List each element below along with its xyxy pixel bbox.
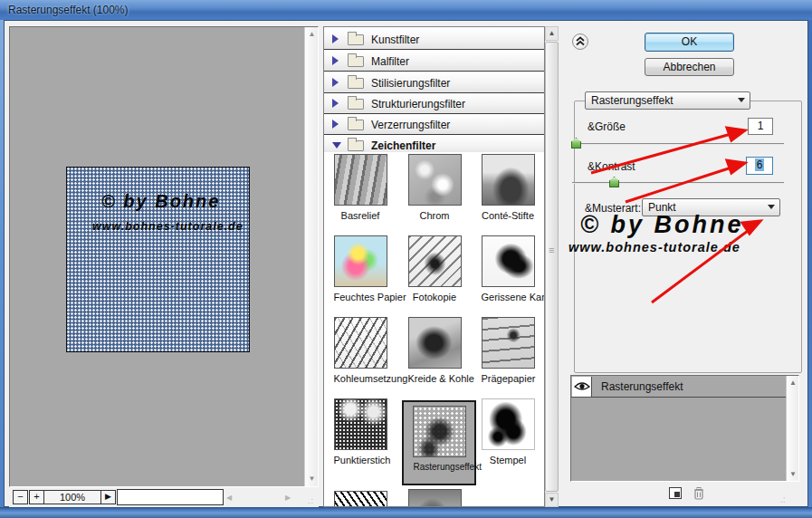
folder-icon <box>348 120 364 130</box>
chevron-down-icon <box>768 205 775 209</box>
category-strukturierungsfilter[interactable]: Strukturierungsfilter <box>324 93 544 114</box>
thumb-label: Kreide & Kohle <box>408 373 474 384</box>
effect-layer-row[interactable]: Rasterungseffekt <box>571 376 786 398</box>
thumb-label: Conté-Stifte <box>482 210 534 221</box>
thumb-label: Prägepapier <box>482 373 536 384</box>
category-label: Verzerrungsfilter <box>371 119 450 131</box>
filter-thumb-fotokopie[interactable] <box>408 235 462 287</box>
filter-gallery-dialog: © by Bohne www.bohnes-tutorale.de ▲ ▼ − … <box>4 20 808 507</box>
filter-thumb-rasterungseffekt-selected[interactable]: Rasterungseffekt <box>402 400 476 485</box>
filter-thumbnail-grid: Basrelief Chrom Conté-Stifte Feuchtes Pa… <box>324 152 544 507</box>
chevron-right-icon <box>332 78 339 87</box>
thumb-label: Kohleumsetzung <box>334 373 408 384</box>
preview-image: © by Bohne www.bohnes-tutorale.de <box>66 167 250 352</box>
cancel-button[interactable]: Abbrechen <box>645 58 734 76</box>
folder-icon <box>348 34 364 45</box>
watermark-title: © by Bohne <box>101 191 220 212</box>
filter-thumb-punktierstich[interactable] <box>334 398 387 450</box>
zoom-in-button[interactable]: + <box>29 490 44 504</box>
filter-list-panel: Kunstfilter Malfilter Stilisierungsfilte… <box>323 26 545 507</box>
scrollbar-thumb[interactable] <box>545 42 559 492</box>
category-label: Malfilter <box>371 55 409 68</box>
contrast-slider-track[interactable] <box>572 182 784 184</box>
scroll-up-icon[interactable]: ▲ <box>787 376 799 389</box>
new-effect-layer-icon[interactable] <box>669 487 682 499</box>
effect-select-value: Rasterungseffekt <box>591 94 673 107</box>
filter-thumb-partial-1[interactable] <box>334 491 387 507</box>
zoom-out-button[interactable]: − <box>13 490 28 504</box>
scroll-up-icon[interactable]: ▲ <box>545 26 559 41</box>
preview-vertical-scrollbar[interactable]: ▲ ▼ <box>304 27 318 486</box>
thumb-label: Stempel <box>490 455 526 465</box>
layers-scrollbar[interactable]: ▲ ▼ <box>786 376 798 481</box>
thumb-label: Gerissene Kanten <box>482 292 545 302</box>
contrast-label: &Kontrast <box>588 160 635 173</box>
scroll-up-icon[interactable]: ▲ <box>305 27 319 42</box>
size-value-field[interactable]: 1 <box>748 118 773 135</box>
filter-thumb-rasterungseffekt[interactable] <box>413 406 466 457</box>
filter-thumb-conte-stifte[interactable] <box>482 154 535 206</box>
thumb-label: Feuchtes Papier <box>334 292 406 302</box>
chevron-right-icon <box>332 56 339 65</box>
ok-button[interactable]: OK <box>645 33 734 52</box>
window-bottom-border <box>0 507 812 518</box>
resize-grip[interactable]: .: <box>780 494 786 504</box>
resize-grip-small: .: <box>308 496 314 505</box>
category-label: Zeichenfilter <box>371 139 435 152</box>
preview-pane[interactable]: © by Bohne www.bohnes-tutorale.de ▲ ▼ <box>9 26 319 487</box>
filter-panel-scrollbar[interactable]: ▲ ▼ <box>545 26 559 507</box>
filter-thumb-gerissene-kanten[interactable] <box>482 235 535 287</box>
category-stilisierungsfilter[interactable]: Stilisierungsfilter <box>324 72 544 93</box>
window-title: Rasterungseffekt (100%) <box>8 4 129 16</box>
category-kunstfilter[interactable]: Kunstfilter <box>324 29 544 50</box>
chevron-down-icon <box>738 98 745 102</box>
filter-thumb-basrelief[interactable] <box>334 154 387 206</box>
size-value: 1 <box>758 120 764 132</box>
category-label: Strukturierungsfilter <box>371 98 465 110</box>
filter-thumb-kohleumsetzung[interactable] <box>334 317 387 369</box>
thumb-label: Basrelief <box>341 210 380 221</box>
effect-layers-list: Rasterungseffekt ▲ ▼ <box>570 375 799 482</box>
window-titlebar[interactable]: Rasterungseffekt (100%) <box>0 0 812 20</box>
zoom-level-display[interactable]: 100% <box>43 490 101 504</box>
folder-icon <box>348 99 364 110</box>
panel-watermark-url: www.bohnes-tutorale.de <box>568 240 740 254</box>
filter-thumb-praegepapier[interactable] <box>482 317 535 369</box>
visibility-toggle[interactable] <box>572 377 592 397</box>
effect-select[interactable]: Rasterungseffekt <box>585 91 750 110</box>
collapse-panel-button[interactable] <box>572 34 588 50</box>
preview-statusbar: − + 100% ▶ ◀ ▶ .: <box>9 487 319 507</box>
zoom-menu-button[interactable]: ▶ <box>100 490 116 504</box>
category-label: Kunstfilter <box>371 34 419 46</box>
folder-open-icon <box>348 140 364 151</box>
progress-bar <box>117 489 224 505</box>
window: Rasterungseffekt (100%) © by Bohne www.b… <box>0 0 812 518</box>
filter-thumb-stempel[interactable] <box>482 398 535 450</box>
size-slider-track[interactable] <box>572 143 784 145</box>
contrast-value: 6 <box>755 158 765 171</box>
filter-thumb-kreide-kohle[interactable] <box>408 317 462 369</box>
filter-thumb-partial-2[interactable] <box>408 489 462 507</box>
scroll-down-icon[interactable]: ▼ <box>787 467 799 481</box>
filter-thumb-chrom[interactable] <box>408 154 462 206</box>
watermark-url: www.bohnes-tutorale.de <box>92 220 244 233</box>
filter-thumb-feuchtes-papier[interactable] <box>334 235 387 287</box>
category-label: Stilisierungsfilter <box>371 77 450 90</box>
folder-icon <box>348 78 364 89</box>
category-malfilter[interactable]: Malfilter <box>324 51 544 72</box>
effect-layer-label: Rasterungseffekt <box>601 380 683 393</box>
thumb-label: Fotokopie <box>413 292 456 302</box>
hscroll-right-icon[interactable]: ▶ <box>285 494 291 502</box>
size-label: &Größe <box>588 120 626 133</box>
contrast-value-field[interactable]: 6 <box>746 157 773 175</box>
thumb-label: Punktierstich <box>334 455 391 465</box>
trash-icon[interactable] <box>693 486 705 504</box>
scroll-down-icon[interactable]: ▼ <box>305 472 319 486</box>
hscroll-left-icon[interactable]: ◀ <box>226 494 232 502</box>
chevron-right-icon <box>332 99 339 108</box>
panel-watermark-title: © by Bohne <box>580 211 743 239</box>
chevron-down-icon <box>332 142 341 149</box>
category-verzerrungsfilter[interactable]: Verzerrungsfilter <box>324 114 544 135</box>
scroll-down-icon[interactable]: ▼ <box>545 493 559 507</box>
thumb-label: Chrom <box>419 210 449 221</box>
